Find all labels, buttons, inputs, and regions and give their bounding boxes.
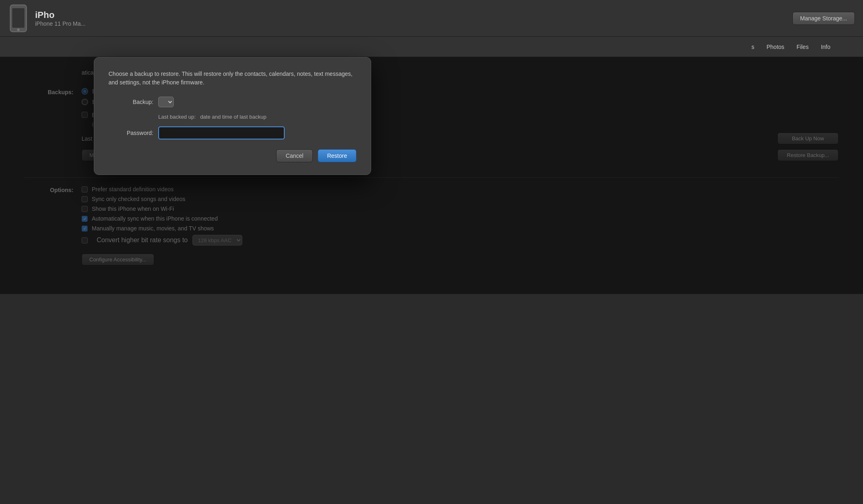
- restore-modal: Choose a backup to restore. This will re…: [94, 57, 371, 175]
- device-icon: [8, 4, 29, 33]
- device-info: iPho iPhone 11 Pro Ma...: [35, 10, 792, 27]
- top-bar: iPho iPhone 11 Pro Ma... Manage Storage.…: [0, 0, 863, 37]
- modal-overlay: Choose a backup to restore. This will re…: [0, 57, 863, 294]
- svg-point-2: [17, 29, 20, 31]
- main-content: atically check for an update Backups: Ba…: [0, 57, 863, 294]
- tab-s[interactable]: s: [751, 44, 754, 50]
- password-input[interactable]: [158, 126, 285, 139]
- device-name: iPho: [35, 10, 792, 20]
- svg-rect-1: [12, 8, 24, 28]
- cancel-button[interactable]: Cancel: [276, 149, 313, 162]
- tabs-row: s Photos Files Info: [0, 37, 863, 57]
- last-backed-up-label: Last backed up:: [158, 114, 196, 120]
- tab-files[interactable]: Files: [797, 44, 809, 50]
- restore-button[interactable]: Restore: [318, 149, 356, 162]
- modal-description: Choose a backup to restore. This will re…: [108, 70, 356, 87]
- tab-info[interactable]: Info: [821, 44, 830, 50]
- tab-photos[interactable]: Photos: [766, 44, 784, 50]
- last-backed-up-row: Last backed up: date and time of last ba…: [158, 114, 356, 120]
- backup-field: Backup:: [108, 97, 356, 107]
- password-label: Password:: [108, 130, 153, 136]
- manage-storage-button[interactable]: Manage Storage...: [792, 12, 855, 25]
- device-model: iPhone 11 Pro Ma...: [35, 20, 792, 27]
- modal-buttons: Cancel Restore: [108, 149, 356, 162]
- last-backed-up-value: date and time of last backup: [200, 114, 267, 120]
- password-field: Password:: [108, 126, 356, 139]
- backup-select[interactable]: [158, 97, 174, 107]
- backup-field-label: Backup:: [108, 99, 153, 105]
